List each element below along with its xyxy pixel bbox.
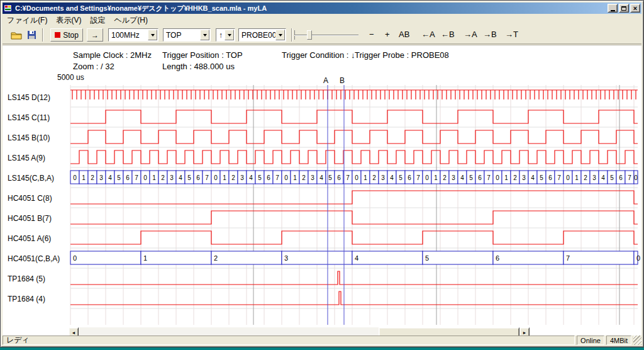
bus-value: 5 — [117, 174, 121, 181]
trigger-probe-select[interactable]: PROBE00 — [238, 28, 286, 42]
zoom-slider-thumb[interactable] — [307, 30, 312, 40]
bus-value: 5 — [425, 254, 429, 262]
bus-value: 4 — [319, 174, 323, 181]
goto-marker-a-right-button[interactable]: →A — [464, 30, 477, 39]
channel-label: LS145 C(11) — [8, 113, 50, 122]
resize-grip[interactable] — [633, 336, 641, 345]
bus-value: 2 — [214, 254, 218, 262]
trigger-position-info: Trigger Position : TOP — [162, 50, 243, 60]
bus-value: 0 — [496, 174, 499, 181]
bus-value: 7 — [566, 254, 570, 262]
bus-value: 1 — [434, 174, 438, 181]
menubar: ファイル(F) 表示(V) 設定 ヘルプ(H) — [3, 14, 641, 26]
goto-marker-b-left-button[interactable]: ←B — [441, 30, 455, 39]
channel-label: HC4051(C,B,A) — [8, 254, 60, 263]
bus-value: 1 — [82, 174, 86, 181]
bus-value: 0 — [214, 174, 218, 181]
bus-value: 4 — [108, 174, 112, 181]
zoom-out-button[interactable]: − — [369, 30, 374, 39]
run-button[interactable]: → — [87, 28, 103, 42]
zoom-slider-track[interactable] — [294, 35, 358, 36]
stop-button-label: Stop — [63, 31, 79, 40]
bus-value: 3 — [452, 174, 455, 181]
channel-label: LS145 A(9) — [8, 154, 45, 162]
bus-cell — [70, 251, 141, 264]
save-file-button[interactable] — [25, 28, 39, 42]
menu-item-view[interactable]: 表示(V) — [52, 14, 86, 27]
bus-value: 4 — [355, 254, 358, 262]
bus-value: 6 — [408, 174, 411, 181]
bus-cell — [141, 251, 211, 264]
channel-label: LS145 B(10) — [8, 133, 50, 142]
run-arrow-icon: → — [91, 31, 99, 40]
status-online-badge: Online — [577, 336, 604, 345]
zoom-slider[interactable] — [294, 28, 365, 42]
bus-value: 1 — [293, 174, 297, 181]
waveform-trace — [70, 90, 638, 99]
open-file-button[interactable] — [9, 28, 23, 42]
chevron-down-icon[interactable] — [148, 30, 157, 40]
open-folder-icon — [11, 31, 22, 40]
chevron-down-icon[interactable] — [225, 30, 234, 40]
chevron-down-icon[interactable] — [275, 30, 285, 40]
bus-value: 1 — [143, 254, 147, 262]
bus-value: 4 — [601, 174, 605, 181]
goto-marker-b-right-button[interactable]: →B — [483, 30, 497, 39]
trigger-position-select[interactable]: TOP — [163, 28, 211, 42]
ab-markers-button[interactable]: AB — [399, 30, 409, 39]
sample-clock-select[interactable]: 100MHz — [108, 28, 158, 42]
stop-icon — [55, 32, 60, 38]
bus-value: 0 — [636, 254, 640, 262]
bus-value: 7 — [275, 174, 279, 181]
close-button[interactable]: × — [630, 4, 640, 13]
bus-value: 7 — [487, 174, 491, 181]
menu-item-help[interactable]: ヘルプ(H) — [109, 14, 152, 27]
minimize-icon — [611, 10, 615, 11]
bus-value: 5 — [258, 174, 262, 181]
maximize-button[interactable] — [619, 4, 629, 13]
chevron-down-icon[interactable] — [200, 30, 209, 40]
bus-value: 4 — [249, 174, 253, 181]
marker-label: A — [323, 76, 328, 85]
bus-cell — [423, 251, 493, 264]
bus-value: 2 — [513, 174, 517, 181]
floppy-disk-icon — [27, 30, 37, 40]
toolbar: Stop → 100MHz TOP ↑ PROBE00 − + AB — [3, 26, 641, 44]
bus-value: 7 — [346, 174, 350, 181]
bus-value: 5 — [610, 174, 614, 181]
channel-label: LS145(C,B,A) — [8, 174, 54, 183]
bus-value: 3 — [311, 174, 314, 181]
goto-marker-a-left-button[interactable]: ←A — [421, 30, 435, 39]
stop-button[interactable]: Stop — [50, 28, 83, 42]
bus-value: 1 — [364, 174, 367, 181]
titlebar[interactable]: C:¥Documents and Settings¥noname¥デスクトップ¥… — [3, 3, 641, 14]
bus-value: 0 — [425, 174, 429, 181]
zoom-in-button[interactable]: + — [385, 30, 390, 39]
goto-trigger-button[interactable]: →T — [505, 30, 518, 39]
time-scale-label: 5000 us — [57, 73, 84, 82]
window-title: C:¥Documents and Settings¥noname¥デスクトップ¥… — [15, 4, 608, 13]
menu-item-settings[interactable]: 設定 — [86, 14, 109, 27]
bus-value: 5 — [469, 174, 473, 181]
bus-value: 2 — [584, 174, 587, 181]
waveform-panel: Sample Clock : 2MHz Trigger Position : T… — [3, 45, 641, 337]
trigger-edge-select[interactable]: ↑ — [216, 28, 235, 42]
channel-label: HC4051 B(7) — [8, 214, 52, 223]
menu-item-file[interactable]: ファイル(F) — [3, 14, 52, 27]
minimize-button[interactable] — [608, 4, 618, 13]
toolbar-separator — [42, 28, 43, 42]
bus-cell — [352, 251, 423, 264]
waveform-trace — [70, 110, 638, 123]
bus-value: 2 — [443, 174, 447, 181]
bus-value: 0 — [143, 174, 147, 181]
bus-value: 2 — [302, 174, 306, 181]
bus-value: 0 — [355, 174, 358, 181]
channel-label: LS145 D(12) — [8, 93, 50, 102]
bus-value: 6 — [496, 254, 499, 262]
bus-value: 0 — [566, 174, 570, 181]
bus-value: 2 — [231, 174, 235, 181]
channel-label: TP1684 (4) — [8, 295, 45, 303]
bus-value: 6 — [337, 174, 341, 181]
waveform-canvas[interactable]: LS145 D(12)LS145 C(11)LS145 B(10)LS145 A… — [3, 72, 643, 327]
bus-value: 5 — [399, 174, 402, 181]
